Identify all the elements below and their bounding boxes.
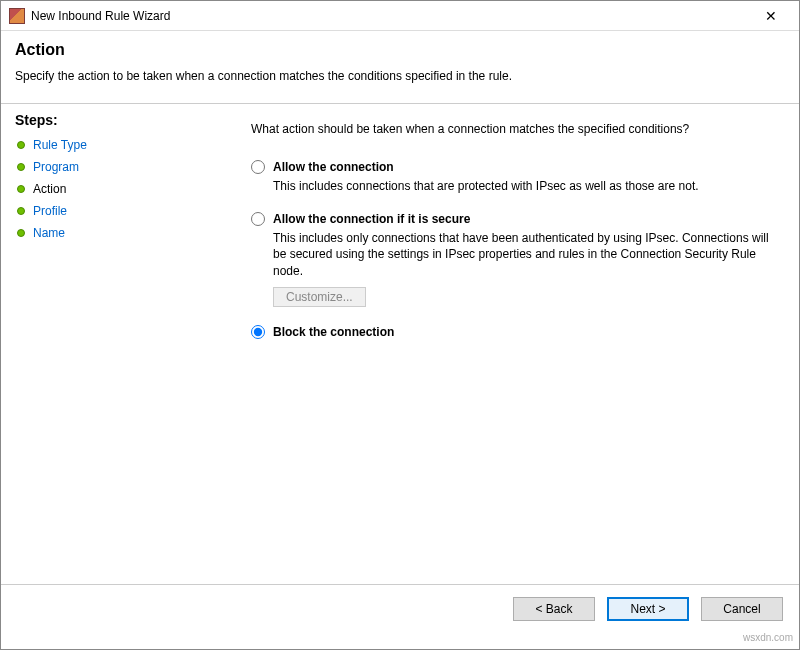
radio-allow[interactable] bbox=[251, 160, 265, 174]
wizard-footer: < Back Next > Cancel bbox=[1, 584, 799, 632]
step-action[interactable]: Action bbox=[15, 178, 187, 200]
step-link[interactable]: Name bbox=[33, 226, 65, 240]
close-button[interactable]: ✕ bbox=[751, 2, 791, 30]
option-block-label: Block the connection bbox=[273, 325, 394, 339]
step-profile[interactable]: Profile bbox=[15, 200, 187, 222]
steps-heading: Steps: bbox=[15, 112, 187, 128]
step-bullet-icon bbox=[17, 207, 25, 215]
customize-button: Customize... bbox=[273, 287, 366, 307]
window-title: New Inbound Rule Wizard bbox=[31, 9, 751, 23]
step-bullet-icon bbox=[17, 163, 25, 171]
cancel-button[interactable]: Cancel bbox=[701, 597, 783, 621]
option-block: Block the connection bbox=[251, 325, 769, 339]
close-icon: ✕ bbox=[765, 8, 777, 24]
watermark: wsxdn.com bbox=[1, 632, 799, 648]
option-allow-secure: Allow the connection if it is secure Thi… bbox=[251, 212, 769, 307]
content-panel: What action should be taken when a conne… bbox=[201, 104, 799, 584]
radio-allow-secure[interactable] bbox=[251, 212, 265, 226]
step-link[interactable]: Action bbox=[33, 182, 66, 196]
page-title: Action bbox=[15, 41, 785, 59]
titlebar: New Inbound Rule Wizard ✕ bbox=[1, 1, 799, 31]
option-allow-row[interactable]: Allow the connection bbox=[251, 160, 769, 174]
step-rule-type[interactable]: Rule Type bbox=[15, 134, 187, 156]
option-block-row[interactable]: Block the connection bbox=[251, 325, 769, 339]
option-allow-desc: This includes connections that are prote… bbox=[273, 178, 769, 194]
step-bullet-icon bbox=[17, 185, 25, 193]
action-prompt: What action should be taken when a conne… bbox=[251, 122, 769, 136]
option-allow-secure-label: Allow the connection if it is secure bbox=[273, 212, 470, 226]
step-link[interactable]: Rule Type bbox=[33, 138, 87, 152]
option-allow-secure-row[interactable]: Allow the connection if it is secure bbox=[251, 212, 769, 226]
page-subtitle: Specify the action to be taken when a co… bbox=[15, 69, 785, 83]
step-name[interactable]: Name bbox=[15, 222, 187, 244]
next-button[interactable]: Next > bbox=[607, 597, 689, 621]
wizard-header: Action Specify the action to be taken wh… bbox=[1, 31, 799, 95]
option-allow: Allow the connection This includes conne… bbox=[251, 160, 769, 194]
firewall-app-icon bbox=[9, 8, 25, 24]
step-link[interactable]: Profile bbox=[33, 204, 67, 218]
option-allow-label: Allow the connection bbox=[273, 160, 394, 174]
radio-block[interactable] bbox=[251, 325, 265, 339]
steps-sidebar: Steps: Rule Type Program Action Profile … bbox=[1, 104, 201, 584]
step-bullet-icon bbox=[17, 141, 25, 149]
step-program[interactable]: Program bbox=[15, 156, 187, 178]
back-button[interactable]: < Back bbox=[513, 597, 595, 621]
step-link[interactable]: Program bbox=[33, 160, 79, 174]
option-allow-secure-desc: This includes only connections that have… bbox=[273, 230, 769, 279]
step-bullet-icon bbox=[17, 229, 25, 237]
wizard-body: Steps: Rule Type Program Action Profile … bbox=[1, 104, 799, 584]
